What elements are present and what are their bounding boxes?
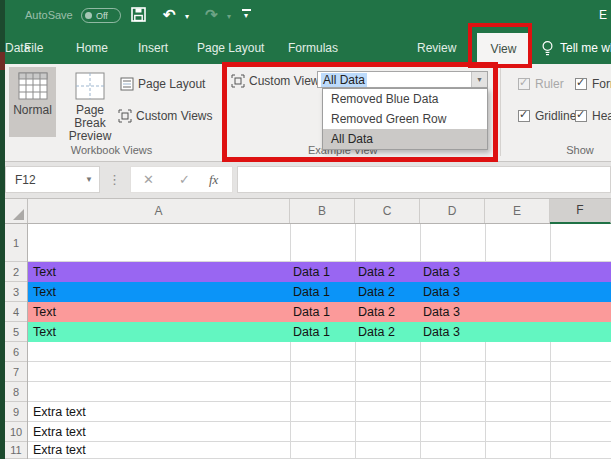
cell[interactable]: Data 2 xyxy=(358,302,395,322)
gridlines-checkbox[interactable]: ✓ Gridlines xyxy=(518,109,582,123)
cell[interactable]: Extra text xyxy=(33,442,86,458)
checkbox-icon: ✓ xyxy=(575,78,587,90)
row-header[interactable]: 5 xyxy=(5,322,27,342)
cell[interactable]: Data 3 xyxy=(423,302,460,322)
ruler-label: Ruler xyxy=(535,77,564,91)
row-header[interactable]: 8 xyxy=(5,382,27,402)
tab-data[interactable]: Data xyxy=(5,32,30,64)
dropdown-item[interactable]: Removed Blue Data xyxy=(323,89,487,109)
formula-buttons: ✕ ✓ fx xyxy=(130,166,233,193)
cell[interactable]: Data 1 xyxy=(293,262,330,282)
custom-views-button[interactable]: Custom Views xyxy=(118,109,212,123)
column-header-a[interactable]: A xyxy=(28,199,290,223)
tab-insert[interactable]: Insert xyxy=(138,32,168,64)
tab-page-layout[interactable]: Page Layout xyxy=(197,32,264,64)
spreadsheet-row[interactable]: Extra text xyxy=(28,422,611,442)
tell-me-box[interactable]: Tell me wh xyxy=(541,32,611,64)
row-headers: 1 2 3 4 5 6 7 8 9 10 11 xyxy=(5,224,28,459)
normal-view-button[interactable]: Normal xyxy=(9,67,56,137)
formula-bar-checkbox[interactable]: ✓ Form xyxy=(575,77,611,91)
cell[interactable]: Text xyxy=(33,282,56,302)
custom-views-combobox[interactable]: All Data ▼ xyxy=(317,71,488,88)
cell[interactable]: Text xyxy=(33,262,56,282)
column-header-d[interactable]: D xyxy=(420,199,485,223)
spreadsheet-row[interactable] xyxy=(28,382,611,402)
row-header[interactable]: 11 xyxy=(5,442,27,459)
excel-window: AutoSave Off ↶ ▾ ↷ ▾ ▾ E File Home Inser… xyxy=(0,0,611,459)
spreadsheet-row[interactable] xyxy=(28,224,611,262)
headings-checkbox[interactable]: ✓ Hea xyxy=(575,109,611,123)
tab-review[interactable]: Review xyxy=(417,32,456,64)
select-all-button[interactable] xyxy=(5,199,28,223)
chevron-down-icon[interactable]: ▼ xyxy=(85,175,93,184)
row-header[interactable]: 6 xyxy=(5,342,27,362)
combobox-dropdown-button[interactable]: ▼ xyxy=(471,72,487,87)
tell-me-label: Tell me wh xyxy=(560,41,611,55)
account-name[interactable]: E xyxy=(599,8,607,22)
cell[interactable]: Data 2 xyxy=(358,322,395,342)
spreadsheet-row[interactable] xyxy=(28,362,611,382)
checkmark-icon: ✓ xyxy=(576,108,585,121)
cell[interactable]: Text xyxy=(33,302,56,322)
page-layout-view-button[interactable]: Page Layout xyxy=(120,77,205,91)
customize-quick-access-toolbar-icon[interactable]: ▾ xyxy=(241,9,251,20)
cell[interactable]: Data 3 xyxy=(423,282,460,302)
cell[interactable]: Data 1 xyxy=(293,282,330,302)
dropdown-item[interactable]: Removed Green Row xyxy=(323,109,487,129)
tab-view[interactable]: View xyxy=(477,33,530,64)
column-header-c[interactable]: C xyxy=(355,199,420,223)
select-all-triangle-icon xyxy=(13,209,24,220)
cell[interactable]: Data 1 xyxy=(293,322,330,342)
row-header[interactable]: 4 xyxy=(5,302,27,322)
column-header-b[interactable]: B xyxy=(290,199,355,223)
row-header[interactable]: 9 xyxy=(5,402,27,422)
row-header[interactable]: 1 xyxy=(5,224,27,262)
cell[interactable]: Data 1 xyxy=(293,302,330,322)
autosave-toggle[interactable]: Off xyxy=(81,8,121,23)
insert-function-icon[interactable]: fx xyxy=(209,172,218,188)
cell[interactable]: Extra text xyxy=(33,422,86,441)
column-header-e[interactable]: E xyxy=(485,199,550,223)
normal-view-label: Normal xyxy=(13,104,52,117)
normal-grid-icon xyxy=(18,72,48,100)
save-icon[interactable] xyxy=(131,7,146,26)
example-custom-views-button[interactable]: Custom Views xyxy=(231,74,325,88)
dropdown-item-selected[interactable]: All Data xyxy=(323,129,487,149)
spreadsheet-row-salmon[interactable]: TextData 1Data 2Data 3 xyxy=(28,302,611,322)
name-box[interactable]: F12 ▼ xyxy=(5,166,100,193)
tab-home[interactable]: Home xyxy=(76,32,108,64)
cancel-icon[interactable]: ✕ xyxy=(143,172,154,187)
column-header-f-selected[interactable]: F xyxy=(550,199,611,224)
cell[interactable]: Data 3 xyxy=(423,322,460,342)
cell[interactable]: Data 3 xyxy=(423,262,460,282)
undo-dropdown-arrow[interactable]: ▾ xyxy=(185,12,189,21)
cell[interactable]: Text xyxy=(33,322,56,342)
row-header[interactable]: 7 xyxy=(5,362,27,382)
spreadsheet-row-purple[interactable]: TextData 1Data 2Data 3 xyxy=(28,262,611,282)
redo-icon[interactable]: ↷ xyxy=(205,6,218,24)
cell[interactable]: Data 2 xyxy=(358,282,395,302)
row-header[interactable]: 2 xyxy=(5,262,27,282)
lightbulb-icon xyxy=(541,40,554,57)
spreadsheet-row-blue[interactable]: TextData 1Data 2Data 3 xyxy=(28,282,611,302)
undo-icon[interactable]: ↶ xyxy=(163,6,176,24)
cell[interactable]: Extra text xyxy=(33,402,86,421)
page-break-preview-button[interactable]: Page Break Preview xyxy=(59,67,121,145)
headings-label: Hea xyxy=(592,109,611,123)
toggle-knob-icon xyxy=(85,12,92,19)
formula-input[interactable] xyxy=(237,166,611,193)
example-custom-views-label: Custom Views xyxy=(249,74,325,88)
tab-formulas[interactable]: Formulas xyxy=(288,32,338,64)
spreadsheet-row[interactable] xyxy=(28,342,611,362)
spreadsheet-row[interactable]: Extra text xyxy=(28,402,611,422)
row-header[interactable]: 10 xyxy=(5,422,27,442)
spreadsheet-row[interactable]: Extra text xyxy=(28,442,611,459)
page-layout-label: Page Layout xyxy=(138,77,205,91)
cell[interactable]: Data 2 xyxy=(358,262,395,282)
spreadsheet-row-mint[interactable]: TextData 1Data 2Data 3 xyxy=(28,322,611,342)
combobox-value: All Data xyxy=(321,73,367,87)
enter-icon[interactable]: ✓ xyxy=(179,172,190,187)
formula-bar-label: Form xyxy=(592,77,611,91)
resize-dots-icon[interactable]: ⋮ xyxy=(108,172,121,187)
row-header[interactable]: 3 xyxy=(5,282,27,302)
